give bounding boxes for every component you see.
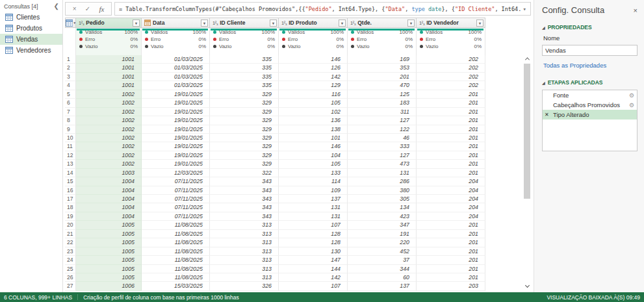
row-index[interactable]: 19 <box>65 212 76 221</box>
cell[interactable]: 60 <box>348 273 417 282</box>
cell[interactable]: 335 <box>210 81 279 90</box>
cell[interactable]: 1002 <box>76 160 142 168</box>
cell[interactable]: 329 <box>210 125 279 134</box>
row-index[interactable]: 25 <box>65 265 76 273</box>
cell[interactable]: 204 <box>417 203 485 212</box>
cell[interactable]: 07/11/2025 <box>142 186 210 195</box>
row-index[interactable]: 26 <box>65 273 76 282</box>
cell[interactable]: 1005 <box>76 238 142 247</box>
cell[interactable]: 204 <box>417 186 485 195</box>
cell[interactable]: 1001 <box>76 64 142 72</box>
row-index[interactable]: 9 <box>65 125 76 134</box>
cell[interactable]: 131 <box>279 212 348 221</box>
cell[interactable]: 313 <box>210 273 279 282</box>
cell[interactable]: 201 <box>417 247 485 256</box>
row-index[interactable]: 5 <box>65 90 76 99</box>
cell[interactable]: 126 <box>279 64 348 72</box>
cell[interactable]: 125 <box>348 90 417 99</box>
close-settings-icon[interactable]: × <box>634 6 638 14</box>
cell[interactable]: 11/08/2025 <box>142 265 210 273</box>
cell[interactable]: 313 <box>210 238 279 247</box>
cell[interactable]: 07/11/2025 <box>142 177 210 186</box>
cell[interactable]: 01/03/2025 <box>142 73 210 81</box>
filter-dropdown-icon[interactable]: ▾ <box>339 19 346 27</box>
cell[interactable]: 204 <box>417 195 485 203</box>
cell[interactable]: 329 <box>210 151 279 160</box>
cell[interactable]: 142 <box>279 73 348 81</box>
scroll-up-icon[interactable] <box>523 55 531 63</box>
cell[interactable]: 313 <box>210 221 279 229</box>
cell[interactable]: 01/03/2025 <box>142 81 210 90</box>
row-index[interactable]: 20 <box>65 221 76 229</box>
cell[interactable]: 204 <box>417 177 485 186</box>
cell[interactable]: 19/01/2025 <box>142 134 210 142</box>
cell[interactable]: 201 <box>417 90 485 99</box>
column-header-qtde-[interactable]: 1²₃Qtde.▾ <box>348 18 417 28</box>
row-index[interactable]: 11 <box>65 142 76 151</box>
cell[interactable]: 220 <box>348 238 417 247</box>
row-index[interactable]: 15 <box>65 177 76 186</box>
cell[interactable]: 1004 <box>76 186 142 195</box>
cell[interactable]: 1002 <box>76 99 142 107</box>
cell[interactable]: 335 <box>210 64 279 72</box>
cell[interactable]: 1002 <box>76 90 142 99</box>
cell[interactable]: 1002 <box>76 116 142 125</box>
all-properties-link[interactable]: Todas as Propriedades <box>543 62 638 69</box>
row-index[interactable]: 27 <box>65 282 76 290</box>
cell[interactable]: 142 <box>279 273 348 282</box>
cell[interactable]: 183 <box>348 99 417 107</box>
cell[interactable]: 305 <box>348 195 417 203</box>
cell[interactable]: 343 <box>210 186 279 195</box>
cell[interactable]: 147 <box>279 256 348 264</box>
cell[interactable]: 1005 <box>76 247 142 256</box>
cell[interactable]: 335 <box>210 73 279 81</box>
cell[interactable]: 116 <box>279 90 348 99</box>
step-fonte[interactable]: Fonte⚙ <box>543 90 637 100</box>
cell[interactable]: 19/01/2025 <box>142 108 210 116</box>
cell[interactable]: 329 <box>210 160 279 168</box>
cell[interactable]: 107 <box>279 282 348 290</box>
cell[interactable]: 202 <box>417 73 485 81</box>
cell[interactable]: 380 <box>348 186 417 195</box>
row-index[interactable]: 24 <box>65 256 76 264</box>
row-index[interactable]: 4 <box>65 81 76 90</box>
filter-dropdown-icon[interactable]: ▾ <box>201 19 208 27</box>
cell[interactable]: 201 <box>417 142 485 151</box>
cell[interactable]: 101 <box>279 134 348 142</box>
cell[interactable]: 129 <box>279 81 348 90</box>
cell[interactable]: 11/08/2025 <box>142 238 210 247</box>
step-tipo-alterado[interactable]: ✕Tipo Alterado <box>543 110 637 120</box>
cell[interactable]: 19/01/2025 <box>142 142 210 151</box>
cell[interactable]: 202 <box>417 55 485 64</box>
cell[interactable]: 137 <box>348 282 417 290</box>
cell[interactable]: 201 <box>417 273 485 282</box>
scrollbar-thumb[interactable] <box>524 64 530 199</box>
cell[interactable]: 131 <box>279 203 348 212</box>
cell[interactable]: 107 <box>279 221 348 229</box>
cell[interactable]: 313 <box>210 265 279 273</box>
row-index[interactable]: 6 <box>65 99 76 107</box>
column-quality-data[interactable]: Válidos 100% Erro 0% Vazio 0% <box>142 28 210 55</box>
cell[interactable]: 133 <box>279 169 348 177</box>
cell[interactable]: 146 <box>279 142 348 151</box>
column-quality-qtde-[interactable]: Válidos 100% Erro 0% Vazio 0% <box>348 28 417 55</box>
cell[interactable]: 333 <box>348 142 417 151</box>
cell[interactable]: 1003 <box>76 169 142 177</box>
cell[interactable]: 201 <box>417 256 485 264</box>
cell[interactable]: 1002 <box>76 125 142 134</box>
cell[interactable]: 136 <box>279 116 348 125</box>
cell[interactable]: 202 <box>417 64 485 72</box>
cell[interactable]: 37 <box>348 256 417 264</box>
cell[interactable]: 353 <box>348 64 417 72</box>
column-quality-id-cliente[interactable]: Válidos 100% Erro 0% Vazio 0% <box>210 28 279 55</box>
cell[interactable]: 1006 <box>76 282 142 290</box>
cancel-formula-icon[interactable]: × <box>73 5 77 12</box>
cell[interactable]: 102 <box>279 108 348 116</box>
cell[interactable]: 1005 <box>76 273 142 282</box>
cell[interactable]: 452 <box>348 247 417 256</box>
cell[interactable]: 127 <box>348 151 417 160</box>
cell[interactable]: 1004 <box>76 177 142 186</box>
cell[interactable]: 201 <box>417 160 485 168</box>
step-cabe-alhos-promovidos[interactable]: Cabeçalhos Promovidos⚙ <box>543 100 637 110</box>
cell[interactable]: 201 <box>348 73 417 81</box>
